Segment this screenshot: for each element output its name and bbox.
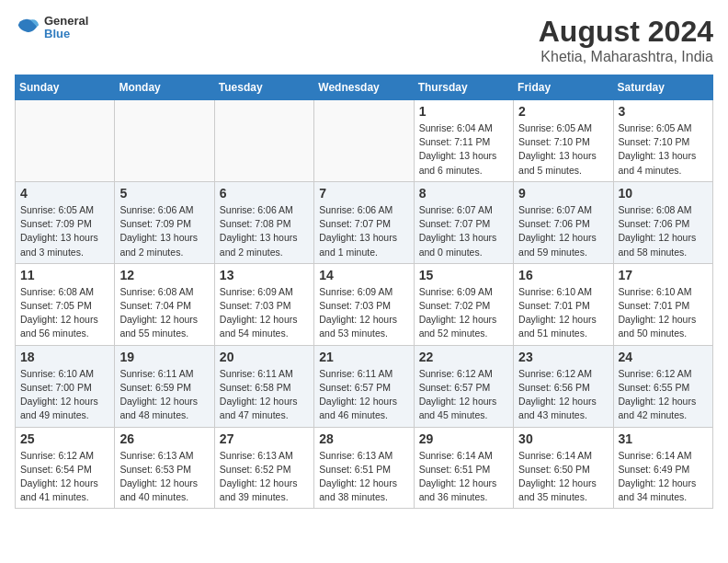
- day-number: 26: [119, 431, 209, 446]
- day-number: 31: [619, 431, 708, 446]
- calendar-cell: 25Sunrise: 6:12 AMSunset: 6:54 PMDayligh…: [16, 427, 115, 509]
- th-thursday: Thursday: [414, 75, 513, 100]
- calendar-cell: 12Sunrise: 6:08 AMSunset: 7:04 PMDayligh…: [115, 263, 214, 345]
- day-number: 8: [419, 186, 508, 201]
- calendar-cell: 21Sunrise: 6:11 AMSunset: 6:57 PMDayligh…: [314, 345, 414, 427]
- day-info: Sunrise: 6:12 AMSunset: 6:55 PMDaylight:…: [619, 367, 708, 423]
- day-number: 21: [319, 350, 408, 364]
- subtitle: Khetia, Maharashtra, India: [539, 49, 713, 65]
- calendar-week-4: 18Sunrise: 6:10 AMSunset: 7:00 PMDayligh…: [16, 345, 713, 427]
- day-info: Sunrise: 6:12 AMSunset: 6:57 PMDaylight:…: [419, 367, 508, 423]
- day-number: 28: [319, 431, 408, 446]
- day-info: Sunrise: 6:12 AMSunset: 6:56 PMDaylight:…: [518, 367, 608, 423]
- day-number: 6: [220, 186, 309, 201]
- calendar-cell: 17Sunrise: 6:10 AMSunset: 7:01 PMDayligh…: [613, 263, 712, 345]
- day-info: Sunrise: 6:08 AMSunset: 7:04 PMDaylight:…: [119, 285, 209, 341]
- title-block: August 2024 Khetia, Maharashtra, India: [539, 15, 713, 65]
- calendar-cell: 28Sunrise: 6:13 AMSunset: 6:51 PMDayligh…: [314, 427, 414, 509]
- day-info: Sunrise: 6:07 AMSunset: 7:06 PMDaylight:…: [518, 203, 608, 259]
- calendar-cell: 2Sunrise: 6:05 AMSunset: 7:10 PMDaylight…: [514, 100, 613, 182]
- th-wednesday: Wednesday: [314, 75, 414, 100]
- logo: General Blue: [15, 15, 88, 41]
- day-info: Sunrise: 6:13 AMSunset: 6:53 PMDaylight:…: [119, 449, 209, 505]
- calendar-cell: 9Sunrise: 6:07 AMSunset: 7:06 PMDaylight…: [514, 181, 613, 263]
- day-info: Sunrise: 6:05 AMSunset: 7:10 PMDaylight:…: [518, 121, 608, 178]
- day-number: 4: [20, 186, 109, 201]
- page-header: General Blue August 2024 Khetia, Maharas…: [15, 15, 713, 65]
- day-number: 9: [518, 186, 608, 201]
- day-info: Sunrise: 6:06 AMSunset: 7:08 PMDaylight:…: [220, 203, 309, 259]
- calendar-cell: 26Sunrise: 6:13 AMSunset: 6:53 PMDayligh…: [115, 427, 214, 509]
- day-info: Sunrise: 6:13 AMSunset: 6:51 PMDaylight:…: [319, 449, 408, 505]
- calendar-week-1: 1Sunrise: 6:04 AMSunset: 7:11 PMDaylight…: [16, 100, 713, 182]
- calendar-cell: 3Sunrise: 6:05 AMSunset: 7:10 PMDaylight…: [613, 100, 712, 182]
- calendar-cell: 4Sunrise: 6:05 AMSunset: 7:09 PMDaylight…: [16, 181, 115, 263]
- day-number: 29: [419, 431, 508, 446]
- day-info: Sunrise: 6:14 AMSunset: 6:51 PMDaylight:…: [419, 449, 508, 505]
- day-info: Sunrise: 6:08 AMSunset: 7:06 PMDaylight:…: [619, 203, 708, 259]
- day-number: 3: [619, 104, 708, 119]
- day-info: Sunrise: 6:09 AMSunset: 7:03 PMDaylight:…: [319, 285, 408, 341]
- day-info: Sunrise: 6:11 AMSunset: 6:59 PMDaylight:…: [119, 367, 209, 423]
- calendar-cell: 16Sunrise: 6:10 AMSunset: 7:01 PMDayligh…: [514, 263, 613, 345]
- calendar-table: Sunday Monday Tuesday Wednesday Thursday…: [15, 75, 713, 509]
- logo-icon: [15, 15, 40, 40]
- day-info: Sunrise: 6:06 AMSunset: 7:09 PMDaylight:…: [119, 203, 209, 259]
- day-info: Sunrise: 6:09 AMSunset: 7:02 PMDaylight:…: [419, 285, 508, 341]
- day-number: 10: [619, 186, 708, 201]
- th-saturday: Saturday: [613, 75, 712, 100]
- th-sunday: Sunday: [16, 75, 115, 100]
- calendar-cell: [16, 100, 115, 182]
- day-info: Sunrise: 6:11 AMSunset: 6:58 PMDaylight:…: [220, 367, 309, 423]
- calendar-cell: 14Sunrise: 6:09 AMSunset: 7:03 PMDayligh…: [314, 263, 414, 345]
- calendar-cell: 27Sunrise: 6:13 AMSunset: 6:52 PMDayligh…: [214, 427, 313, 509]
- main-title: August 2024: [539, 15, 713, 49]
- day-number: 2: [518, 104, 608, 119]
- day-info: Sunrise: 6:12 AMSunset: 6:54 PMDaylight:…: [20, 449, 109, 505]
- day-number: 15: [419, 268, 508, 282]
- calendar-week-3: 11Sunrise: 6:08 AMSunset: 7:05 PMDayligh…: [16, 263, 713, 345]
- logo-line2: Blue: [44, 28, 88, 40]
- calendar-cell: 18Sunrise: 6:10 AMSunset: 7:00 PMDayligh…: [16, 345, 115, 427]
- day-number: 5: [119, 186, 209, 201]
- day-number: 1: [419, 104, 508, 119]
- day-info: Sunrise: 6:09 AMSunset: 7:03 PMDaylight:…: [220, 285, 309, 341]
- day-info: Sunrise: 6:14 AMSunset: 6:50 PMDaylight:…: [518, 449, 608, 505]
- day-number: 18: [20, 350, 109, 364]
- calendar-cell: 22Sunrise: 6:12 AMSunset: 6:57 PMDayligh…: [414, 345, 513, 427]
- day-info: Sunrise: 6:10 AMSunset: 7:01 PMDaylight:…: [619, 285, 708, 341]
- calendar-cell: 23Sunrise: 6:12 AMSunset: 6:56 PMDayligh…: [514, 345, 613, 427]
- weekday-row: Sunday Monday Tuesday Wednesday Thursday…: [16, 75, 713, 100]
- day-info: Sunrise: 6:08 AMSunset: 7:05 PMDaylight:…: [20, 285, 109, 341]
- calendar-cell: 11Sunrise: 6:08 AMSunset: 7:05 PMDayligh…: [16, 263, 115, 345]
- day-number: 19: [119, 350, 209, 364]
- day-info: Sunrise: 6:10 AMSunset: 7:01 PMDaylight:…: [518, 285, 608, 341]
- day-number: 27: [220, 431, 309, 446]
- day-info: Sunrise: 6:14 AMSunset: 6:49 PMDaylight:…: [619, 449, 708, 505]
- th-friday: Friday: [514, 75, 613, 100]
- day-info: Sunrise: 6:04 AMSunset: 7:11 PMDaylight:…: [419, 121, 508, 178]
- day-number: 13: [220, 268, 309, 282]
- calendar-cell: 30Sunrise: 6:14 AMSunset: 6:50 PMDayligh…: [514, 427, 613, 509]
- calendar-cell: 7Sunrise: 6:06 AMSunset: 7:07 PMDaylight…: [314, 181, 414, 263]
- day-info: Sunrise: 6:05 AMSunset: 7:09 PMDaylight:…: [20, 203, 109, 259]
- th-tuesday: Tuesday: [214, 75, 313, 100]
- calendar-header: Sunday Monday Tuesday Wednesday Thursday…: [16, 75, 713, 100]
- calendar-cell: [214, 100, 313, 182]
- day-number: 25: [20, 431, 109, 446]
- calendar-cell: 20Sunrise: 6:11 AMSunset: 6:58 PMDayligh…: [214, 345, 313, 427]
- calendar-body: 1Sunrise: 6:04 AMSunset: 7:11 PMDaylight…: [16, 100, 713, 509]
- day-info: Sunrise: 6:06 AMSunset: 7:07 PMDaylight:…: [319, 203, 408, 259]
- calendar-cell: 29Sunrise: 6:14 AMSunset: 6:51 PMDayligh…: [414, 427, 513, 509]
- calendar-week-2: 4Sunrise: 6:05 AMSunset: 7:09 PMDaylight…: [16, 181, 713, 263]
- day-number: 12: [119, 268, 209, 282]
- calendar-cell: [314, 100, 414, 182]
- calendar-cell: 8Sunrise: 6:07 AMSunset: 7:07 PMDaylight…: [414, 181, 513, 263]
- calendar-cell: 19Sunrise: 6:11 AMSunset: 6:59 PMDayligh…: [115, 345, 214, 427]
- day-info: Sunrise: 6:07 AMSunset: 7:07 PMDaylight:…: [419, 203, 508, 259]
- calendar-cell: 31Sunrise: 6:14 AMSunset: 6:49 PMDayligh…: [613, 427, 712, 509]
- logo-text: General Blue: [44, 15, 88, 41]
- calendar-cell: 10Sunrise: 6:08 AMSunset: 7:06 PMDayligh…: [613, 181, 712, 263]
- day-number: 23: [518, 350, 608, 364]
- day-info: Sunrise: 6:10 AMSunset: 7:00 PMDaylight:…: [20, 367, 109, 423]
